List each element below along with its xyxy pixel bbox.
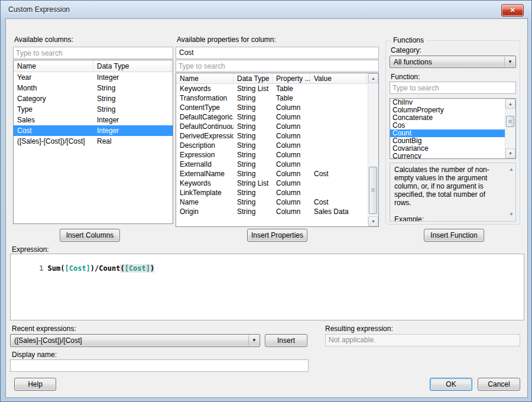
columns-table[interactable]: Name Data Type YearIntegerMonthStringCat… [13, 60, 173, 224]
cell-property: Column [273, 150, 310, 160]
columns-table-header[interactable]: Name Data Type [14, 60, 173, 72]
table-row[interactable]: DefaultContinuou...StringColumn [176, 122, 378, 131]
table-row[interactable]: ContentTypeStringColumn [176, 103, 378, 112]
titlebar[interactable]: Custom Expression ✕ [1, 1, 531, 18]
cell-name: Sales [14, 115, 93, 125]
resulting-expression-label: Resulting expression: [325, 325, 393, 333]
cancel-button[interactable]: Cancel [478, 378, 520, 391]
properties-table-body: KeywordsString ListTableTransformationSt… [176, 84, 378, 216]
cell-name: DerivedExpression [176, 131, 233, 141]
properties-scrollbar[interactable]: ▲ ▼ [368, 73, 378, 226]
function-list-item[interactable]: Count [390, 129, 515, 137]
category-label: Category: [391, 46, 421, 54]
scrollbar-thumb[interactable] [369, 167, 377, 214]
cell-name: Origin [176, 207, 233, 216]
table-row[interactable]: KeywordsString ListColumn [176, 179, 378, 188]
column-header-name[interactable]: Name [14, 60, 93, 72]
function-search-input[interactable] [390, 82, 516, 94]
expression-editor[interactable]: 1Sum([Cost])/Count([Cost]) [10, 254, 524, 320]
table-row[interactable]: OriginStringColumnSales Data [176, 207, 378, 216]
function-label: Function: [391, 73, 420, 81]
function-list-item[interactable]: Concatenate [390, 114, 515, 122]
table-row[interactable]: DerivedExpressionStringColumn [176, 131, 378, 141]
columns-search-input[interactable] [13, 47, 173, 59]
help-button[interactable]: Help [14, 378, 56, 391]
table-row[interactable]: LinkTemplateStringColumn [176, 188, 378, 197]
cell-datatype: String [233, 169, 273, 179]
scroll-down-icon[interactable]: ▼ [368, 216, 378, 226]
function-list-item[interactable]: Cos [390, 122, 515, 129]
table-row[interactable]: ExternalIdStringColumn [176, 160, 378, 169]
insert-expression-button[interactable]: Insert [265, 334, 307, 347]
cell-name: LinkTemplate [176, 188, 233, 197]
cell-datatype: String [233, 103, 273, 112]
close-button[interactable]: ✕ [501, 4, 524, 17]
function-list-item[interactable]: ChiInv [390, 99, 515, 106]
insert-function-button[interactable]: Insert Function [424, 229, 484, 242]
scrollbar-thumb[interactable] [506, 116, 514, 127]
function-list-item[interactable]: ColumnProperty [390, 106, 515, 114]
scroll-up-icon[interactable]: ▲ [505, 99, 515, 109]
available-columns-label: Available columns: [14, 35, 73, 44]
column-header-datatype[interactable]: Data Type [93, 60, 171, 72]
table-row[interactable]: CategoryString [14, 93, 173, 104]
description-line: Example: [394, 215, 502, 222]
properties-table-header[interactable]: Name Data Type Property ... Value [176, 73, 368, 84]
ok-button[interactable]: OK [430, 378, 472, 391]
table-row[interactable]: ExternalNameStringColumnCost [176, 169, 378, 179]
insert-properties-button[interactable]: Insert Properties [247, 229, 307, 242]
table-row[interactable]: YearInteger [14, 72, 173, 83]
cell-name: Keywords [176, 84, 233, 93]
properties-search-input[interactable] [176, 60, 379, 72]
properties-table[interactable]: Name Data Type Property ... Value Keywor… [176, 73, 379, 227]
table-row[interactable]: TransformationStringTable [176, 93, 378, 103]
expression-token: )/Count [90, 264, 121, 273]
cell-value: Cost [310, 169, 366, 179]
cell-datatype: String [93, 83, 171, 93]
cell-datatype: String [233, 188, 273, 197]
recent-expressions-dropdown[interactable]: ([Sales]-[Cost])/[Cost] ▼ [10, 334, 260, 347]
custom-expression-dialog: Custom Expression ✕ Available columns: N… [0, 0, 532, 402]
function-description-box: Calculates the number of non-empty value… [390, 163, 516, 222]
chevron-down-icon: ▼ [504, 57, 515, 67]
property-header-name[interactable]: Name [176, 73, 233, 83]
property-header-property[interactable]: Property ... [273, 73, 310, 83]
table-row[interactable]: DefaultCategoric...StringColumn [176, 112, 378, 122]
columns-table-body: YearIntegerMonthStringCategoryStringType… [14, 72, 173, 147]
functions-list[interactable]: ChiInvColumnPropertyConcatenateCosCountC… [390, 98, 516, 159]
cell-name: Transformation [176, 93, 233, 103]
cell-datatype: Integer [93, 115, 171, 125]
function-list-item[interactable]: Currency [390, 153, 515, 159]
cell-name: Month [14, 83, 93, 93]
function-list-item[interactable]: Covariance [390, 145, 515, 153]
table-row[interactable]: NameStringColumnCost [176, 197, 378, 207]
cell-name: Year [14, 72, 93, 83]
cell-name: Expression [176, 150, 233, 160]
display-name-input[interactable] [10, 359, 309, 372]
table-row[interactable]: MonthString [14, 83, 173, 93]
table-row[interactable]: TypeString [14, 104, 173, 115]
scroll-down-icon[interactable]: ▼ [509, 210, 514, 219]
table-row[interactable]: ([Sales]-[Cost])/[Cost]Real [14, 136, 173, 147]
cell-property: Column [273, 197, 310, 207]
scroll-down-icon[interactable]: ▼ [505, 148, 515, 158]
table-row[interactable]: ExpressionStringColumn [176, 150, 378, 160]
functions-scrollbar[interactable]: ▲ ▼ [505, 99, 515, 158]
table-row[interactable]: SalesInteger [14, 115, 173, 125]
expression-token: Sum( [48, 264, 65, 273]
recent-expression-value: ([Sales]-[Cost])/[Cost] [14, 336, 246, 345]
property-header-value[interactable]: Value [310, 73, 366, 83]
insert-columns-button[interactable]: Insert Columns [60, 229, 120, 242]
cell-datatype: Real [93, 136, 171, 147]
functions-group-label: Functions [391, 36, 426, 44]
function-list-item[interactable]: CountBig [390, 137, 515, 145]
scroll-up-icon[interactable]: ▲ [368, 73, 378, 83]
table-row[interactable]: CostInteger [14, 125, 173, 136]
category-dropdown[interactable]: All functions ▼ [390, 56, 516, 68]
property-header-datatype[interactable]: Data Type [233, 73, 273, 83]
cell-property: Column [273, 188, 310, 197]
scroll-up-icon[interactable]: ▲ [509, 166, 514, 174]
cell-property: Column [273, 131, 310, 141]
table-row[interactable]: DescriptionStringColumn [176, 141, 378, 150]
table-row[interactable]: KeywordsString ListTable [176, 84, 378, 93]
